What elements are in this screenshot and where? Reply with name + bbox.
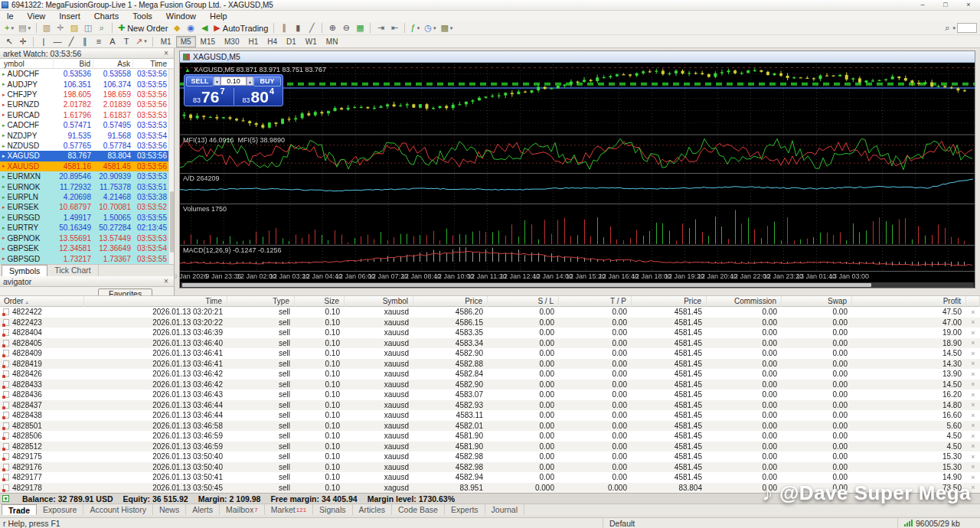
close-position-icon[interactable]: ×: [966, 412, 980, 419]
order-row[interactable]: 48285122026.01.13 03:46:59sell0.10xauusd…: [0, 442, 980, 452]
period-button-w1[interactable]: W1: [301, 36, 322, 47]
orders-column-price[interactable]: Price: [632, 296, 707, 307]
market-watch-row[interactable]: ▸XAUUSD4581.164581.4503:53:56: [0, 161, 174, 171]
tab-mailbox[interactable]: Mailbox7: [220, 504, 265, 515]
market-watch-row[interactable]: ▸EURNZD2.017822.0183903:53:56: [0, 99, 174, 109]
order-row[interactable]: 48291782026.01.13 03:50:45sell0.10xagusd…: [0, 483, 980, 494]
column-header-ask[interactable]: Ask: [93, 60, 133, 68]
maximize-button[interactable]: □: [934, 0, 957, 10]
orders-column-type[interactable]: Type: [227, 296, 295, 307]
sounds-button[interactable]: ◀: [198, 22, 211, 34]
zoom-in-button[interactable]: ⊕: [325, 22, 339, 34]
vertical-line-button[interactable]: |: [37, 35, 51, 47]
orders-column-order[interactable]: Order▵: [0, 296, 84, 307]
market-watch-row[interactable]: ▸GBPNOK13.5569113.5744903:53:53: [0, 233, 174, 243]
tab-experts[interactable]: Experts: [445, 504, 485, 515]
new-chart-button[interactable]: +▾: [2, 22, 16, 34]
tab-code-base[interactable]: Code Base: [392, 504, 445, 515]
period-button-h4[interactable]: H4: [263, 36, 282, 47]
minimize-button[interactable]: –: [911, 0, 934, 10]
order-row[interactable]: 48284192026.01.13 03:46:41sell0.10xauusd…: [0, 359, 980, 370]
tab-symbols[interactable]: Symbols: [2, 265, 47, 276]
orders-column-symbol[interactable]: Symbol: [345, 296, 413, 307]
indicators-button[interactable]: ƒ▾: [408, 22, 422, 34]
menu-item-charts[interactable]: Charts: [87, 11, 126, 21]
order-row[interactable]: 48284382026.01.13 03:46:44sell0.10xauusd…: [0, 410, 980, 421]
menu-item-le[interactable]: le: [0, 11, 21, 21]
orders-column-commission[interactable]: Commission: [707, 296, 782, 307]
order-row[interactable]: 48284092026.01.13 03:46:41sell0.10xauusd…: [0, 348, 980, 359]
buy-button[interactable]: BUY: [253, 77, 281, 86]
profiles-button[interactable]: ▤▾: [16, 22, 33, 34]
orders-column-profit[interactable]: Profit: [852, 296, 966, 307]
menu-item-view[interactable]: View: [21, 11, 53, 21]
tab-market[interactable]: Market121: [265, 504, 313, 515]
candlestick-chart-button[interactable]: ▮: [291, 22, 305, 34]
order-row[interactable]: 48224232026.01.13 03:20:22sell0.10xauusd…: [0, 318, 980, 328]
market-watch-row[interactable]: ▸GBPSGD1.732171.7336703:53:55: [0, 253, 174, 263]
close-position-icon[interactable]: ×: [966, 380, 980, 388]
close-position-icon[interactable]: ×: [966, 360, 980, 367]
close-position-icon[interactable]: ×: [966, 463, 980, 471]
period-button-mn[interactable]: MN: [322, 36, 343, 47]
search-icon[interactable]: ⌕: [945, 24, 949, 32]
sell-price[interactable]: 83 76 7: [185, 86, 234, 106]
market-watch-row[interactable]: ▸GBPSEK12.3458112.3664903:53:54: [0, 243, 174, 253]
order-row[interactable]: 48285062026.01.13 03:46:59sell0.10xauusd…: [0, 431, 980, 442]
crosshair-button[interactable]: ✛: [16, 35, 30, 47]
close-icon[interactable]: ×: [162, 277, 171, 285]
menu-item-insert[interactable]: Insert: [52, 11, 87, 21]
favorites-button[interactable]: Favorites: [98, 288, 152, 295]
status-profile[interactable]: Default: [603, 518, 897, 528]
orders-column-size[interactable]: Size: [295, 296, 345, 307]
horizontal-line-button[interactable]: —: [51, 35, 64, 47]
chart-title-bar[interactable]: XAGUSD,M5: [180, 51, 975, 63]
market-watch-row[interactable]: ▸EURSEK10.6879710.7008103:53:52: [0, 202, 174, 212]
text-button[interactable]: A: [106, 35, 119, 47]
market-watch-row[interactable]: ▸XAGUSD83.76783.80403:53:56: [0, 151, 174, 161]
orders-column-t-p[interactable]: T / P: [559, 296, 632, 307]
order-row[interactable]: 48291762026.01.13 03:50:40sell0.10xauusd…: [0, 462, 980, 473]
trendline-button[interactable]: ╱: [64, 35, 78, 47]
order-row[interactable]: 48284362026.01.13 03:46:43sell0.10xauusd…: [0, 389, 980, 400]
tab-journal[interactable]: Journal: [485, 504, 524, 515]
close-position-icon[interactable]: ×: [966, 370, 980, 378]
tile-windows-button[interactable]: ▦: [353, 22, 367, 34]
period-button-d1[interactable]: D1: [282, 36, 301, 47]
market-watch-row[interactable]: ▸EURTRY50.1634950.2728402:13:45: [0, 223, 174, 233]
order-row[interactable]: 48284372026.01.13 03:46:44sell0.10xauusd…: [0, 400, 980, 411]
auto-scroll-button[interactable]: ⇥: [374, 22, 387, 34]
close-position-icon[interactable]: ×: [966, 474, 980, 481]
chart-shift-button[interactable]: ⇤: [387, 22, 401, 34]
market-watch-row[interactable]: ▸EURPLN4.206984.2146803:53:38: [0, 192, 174, 202]
terminal-button[interactable]: ◫: [81, 22, 95, 34]
mql5-community-button[interactable]: ◉: [184, 22, 198, 34]
close-position-icon[interactable]: ×: [966, 339, 980, 347]
market-watch-row[interactable]: ▸EURNOK11.7293211.7537803:53:51: [0, 181, 174, 191]
market-watch-row[interactable]: ▸AUDJPY106.351106.37403:53:55: [0, 79, 174, 89]
close-position-icon[interactable]: ×: [966, 442, 980, 450]
orders-column-price[interactable]: Price: [413, 296, 488, 307]
order-row[interactable]: 48284332026.01.13 03:46:42sell0.10xauusd…: [0, 380, 980, 390]
order-row[interactable]: 48285012026.01.13 03:46:58sell0.10xauusd…: [0, 421, 980, 432]
zoom-out-button[interactable]: ⊖: [339, 22, 353, 34]
new-order-button[interactable]: ✚New Order: [116, 22, 170, 34]
orders-column-swap[interactable]: Swap: [782, 296, 852, 307]
tab-alerts[interactable]: Alerts: [186, 504, 220, 515]
arrows-button[interactable]: ↗▾: [133, 35, 149, 47]
period-button-h1[interactable]: H1: [243, 36, 263, 47]
tab-tick-chart[interactable]: Tick Chart: [47, 265, 98, 276]
chevron-down-icon[interactable]: ▾: [952, 25, 956, 31]
close-position-icon[interactable]: ×: [966, 422, 980, 429]
scrollbar-thumb[interactable]: [182, 283, 871, 287]
menu-item-help[interactable]: Help: [203, 11, 234, 21]
close-position-icon[interactable]: ×: [966, 484, 980, 491]
tab-signals[interactable]: Signals: [313, 504, 352, 515]
close-position-icon[interactable]: ×: [966, 350, 980, 357]
data-window-button[interactable]: ✛: [54, 22, 67, 34]
column-header-time[interactable]: Time: [133, 60, 169, 68]
order-row[interactable]: 48284262026.01.13 03:46:42sell0.10xauusd…: [0, 369, 980, 380]
tab-trade[interactable]: Trade: [2, 504, 37, 515]
line-chart-button[interactable]: ╱: [305, 22, 318, 34]
chart-scrollbar[interactable]: [181, 282, 974, 288]
